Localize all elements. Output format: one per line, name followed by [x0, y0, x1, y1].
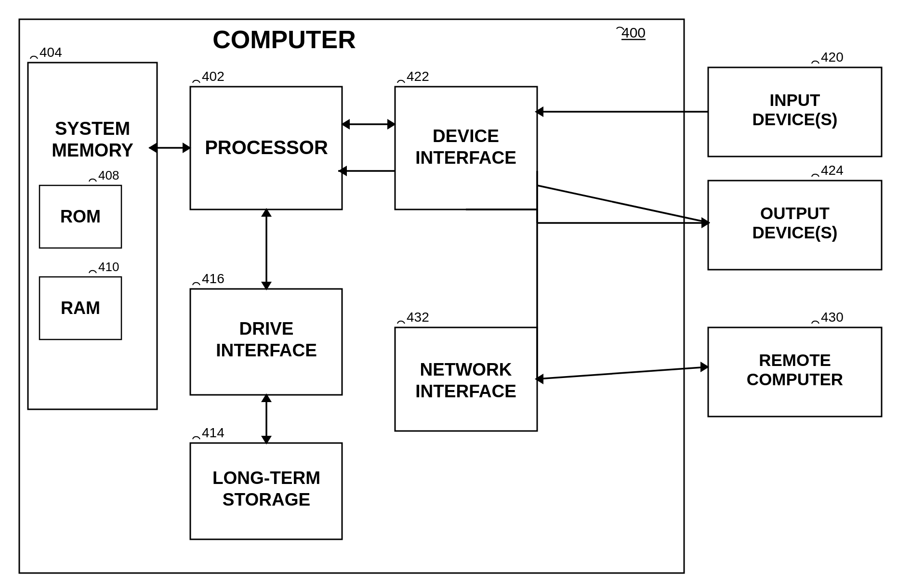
computer-title-text: COMPUTER — [212, 26, 356, 53]
lts-text1: LONG-TERM — [212, 468, 320, 488]
net-iface-text1: NETWORK — [420, 360, 512, 379]
label-424: 424 — [821, 163, 844, 178]
device-iface-text1: DEVICE — [433, 126, 499, 146]
drive-iface-text2: INTERFACE — [216, 340, 317, 360]
lts-text2: STORAGE — [223, 490, 310, 509]
label-420: 420 — [821, 50, 844, 65]
label-410: 410 — [98, 260, 119, 274]
label-414: 414 — [202, 425, 224, 440]
output-dev-text1: OUTPUT — [760, 204, 830, 222]
label-408: 408 — [98, 168, 119, 183]
label-404: 404 — [40, 45, 62, 60]
sys-mem-text1: SYSTEM — [55, 118, 130, 139]
rom-text: ROM — [60, 207, 101, 226]
main-diagram: COMPUTER 400 404 SYSTEM MEMORY 408 ROM 4… — [0, 0, 924, 587]
ram-text: RAM — [61, 298, 100, 318]
label-430: 430 — [821, 310, 844, 325]
label-432: 432 — [407, 310, 429, 325]
label-422: 422 — [407, 69, 429, 84]
remote-comp-text2: COMPUTER — [747, 370, 843, 389]
output-dev-text2: DEVICE(S) — [752, 223, 838, 242]
device-iface-text2: INTERFACE — [415, 148, 516, 168]
remote-comp-text1: REMOTE — [759, 351, 831, 369]
sys-mem-text2: MEMORY — [52, 140, 133, 160]
input-dev-text2: DEVICE(S) — [752, 110, 838, 129]
label-416: 416 — [202, 271, 224, 286]
net-iface-text2: INTERFACE — [415, 381, 516, 401]
label-402: 402 — [202, 69, 224, 84]
label-400: 400 — [621, 25, 646, 40]
input-dev-text1: INPUT — [770, 91, 820, 109]
drive-iface-text1: DRIVE — [239, 319, 293, 339]
processor-text: PROCESSOR — [205, 137, 328, 158]
